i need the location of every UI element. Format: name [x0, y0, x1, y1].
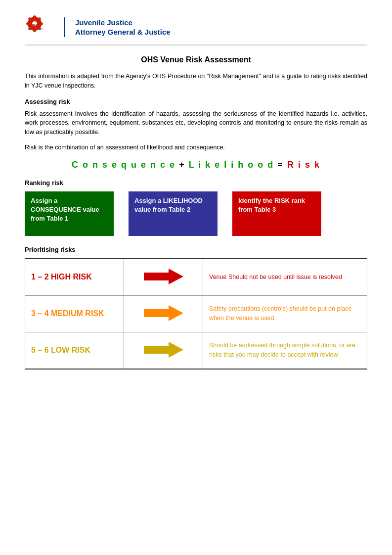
formula-risk: R i s k: [287, 160, 320, 170]
boxes-row: Assign a CONSEQUENCE value from Table 1 …: [25, 191, 367, 236]
header-divider: [64, 17, 65, 37]
ranking-heading: Ranking risk: [25, 179, 367, 186]
formula-likelihood: L i k e l i h o o d: [189, 160, 274, 170]
org-name: Juvenile Justice: [75, 18, 171, 28]
prioritising-heading: Prioritising risks: [25, 246, 367, 253]
svg-marker-12: [144, 269, 183, 284]
likelihood-box: Assign a LIKELIHOOD value from Table 2: [129, 191, 218, 236]
low-risk-row: 5 – 6 LOW RISK Should be addressed throu…: [25, 332, 367, 369]
assessing-risk-body: Risk assessment involves the identificat…: [25, 109, 367, 137]
page-container: NSW GOVERNMENT Juvenile Justice Attorney…: [0, 0, 392, 555]
risk-rank-box: Identify the RISK rank from Table 3: [232, 191, 321, 236]
formula-consequence: C o n s e q u e n c e: [72, 160, 175, 170]
logo-area: NSW GOVERNMENT Juvenile Justice Attorney…: [25, 15, 171, 40]
svg-text:NSW: NSW: [32, 23, 39, 26]
high-risk-description: Venue Should not be used until issue is …: [203, 259, 367, 296]
consequence-box: Assign a CONSEQUENCE value from Table 1: [25, 191, 114, 236]
high-risk-row: 1 – 2 HIGH RISK Venue Should not be used…: [25, 259, 367, 296]
high-risk-label-cell: 1 – 2 HIGH RISK: [25, 259, 124, 296]
medium-risk-row: 3 – 4 MEDIUM RISK Safety precautions (co…: [25, 295, 367, 332]
ranking-section: Ranking risk Assign a CONSEQUENCE value …: [25, 179, 367, 236]
svg-marker-13: [144, 305, 183, 321]
risk-combination-text: Risk is the combination of an assessment…: [25, 143, 367, 152]
high-risk-label: 1 – 2 HIGH RISK: [31, 273, 92, 281]
medium-risk-description: Safety precautions (controls) should be …: [203, 295, 367, 332]
formula-plus: +: [179, 160, 189, 170]
priority-section: Prioritising risks 1 – 2 HIGH RISK Venue…: [25, 246, 367, 370]
svg-marker-14: [144, 342, 183, 358]
low-risk-arrow-cell: [124, 332, 203, 369]
medium-risk-label-cell: 3 – 4 MEDIUM RISK: [25, 295, 124, 332]
medium-risk-label: 3 – 4 MEDIUM RISK: [31, 309, 104, 318]
risk-formula: C o n s e q u e n c e + L i k e l i h o …: [25, 160, 367, 170]
low-risk-arrow-icon: [144, 340, 183, 360]
org-subtitle: Attorney General & Justice: [75, 27, 171, 37]
priority-table: 1 – 2 HIGH RISK Venue Should not be used…: [25, 258, 367, 370]
org-title: Juvenile Justice Attorney General & Just…: [75, 18, 171, 37]
medium-risk-arrow-cell: [124, 295, 203, 332]
high-risk-arrow-icon: [144, 267, 183, 286]
high-risk-arrow-cell: [124, 259, 203, 296]
medium-risk-arrow-icon: [144, 303, 183, 323]
svg-text:GOVERNMENT: GOVERNMENT: [28, 28, 44, 30]
page-title: OHS Venue Risk Assessment: [25, 55, 367, 64]
assessing-risk-heading: Assessing risk: [25, 98, 367, 105]
low-risk-description: Should be addressed through simple solut…: [203, 332, 367, 369]
low-risk-label-cell: 5 – 6 LOW RISK: [25, 332, 124, 369]
formula-equals: =: [277, 160, 287, 170]
low-risk-label: 5 – 6 LOW RISK: [31, 346, 90, 354]
header: NSW GOVERNMENT Juvenile Justice Attorney…: [25, 15, 367, 46]
intro-text: This information is adapted from the Age…: [25, 72, 367, 91]
nsw-logo-icon: NSW GOVERNMENT: [25, 15, 54, 40]
